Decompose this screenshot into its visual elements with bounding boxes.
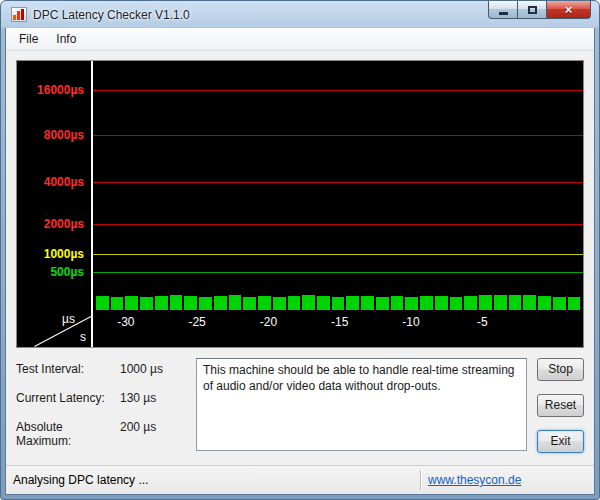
latency-bar — [273, 297, 286, 310]
y-axis-label: 16000µs — [37, 83, 84, 97]
x-unit-label: s — [80, 330, 86, 344]
x-axis-tick: -10 — [402, 315, 419, 329]
status-link-pane: www.thesycon.de — [422, 473, 594, 487]
latency-bar — [494, 295, 507, 310]
stat-label: Absolute Maximum: — [16, 420, 120, 448]
latency-bar — [405, 297, 418, 310]
stat-label: Current Latency: — [16, 391, 120, 405]
app-icon — [11, 7, 27, 22]
window-title: DPC Latency Checker V1.1.0 — [33, 8, 190, 22]
latency-bar — [332, 297, 345, 310]
latency-bar — [568, 297, 581, 310]
latency-bar — [111, 297, 124, 310]
x-axis-tick: -20 — [260, 315, 277, 329]
maximize-button[interactable] — [517, 1, 546, 19]
x-axis-ticks: -30-25-20-15-10-5 — [91, 310, 583, 347]
stat-value: 200 µs — [120, 420, 156, 448]
latency-bar — [479, 295, 492, 310]
y-axis-label: 1000µs — [44, 247, 84, 261]
latency-chart: 16000µs8000µs4000µs2000µs1000µs500µs µs … — [16, 60, 584, 348]
lower-panel: Test Interval: 1000 µs Current Latency: … — [16, 358, 584, 463]
latency-bar — [346, 296, 359, 310]
minimize-button[interactable] — [488, 1, 517, 19]
latency-bar — [214, 296, 227, 310]
y-axis-label: 4000µs — [44, 175, 84, 189]
latency-bar — [288, 296, 301, 310]
x-axis: µs s -30-25-20-15-10-5 — [17, 310, 583, 347]
x-axis-tick: -30 — [117, 315, 134, 329]
latency-bar — [184, 296, 197, 310]
latency-bar — [450, 297, 463, 310]
y-axis-label: 8000µs — [44, 128, 84, 142]
button-column: Stop Reset Exit — [537, 358, 584, 463]
stat-row-absolute-maximum: Absolute Maximum: 200 µs — [16, 420, 196, 448]
menu-info[interactable]: Info — [47, 29, 85, 49]
analysis-message: This machine should be able to handle re… — [196, 358, 527, 451]
x-axis-tick: -5 — [477, 315, 488, 329]
thesycon-link[interactable]: www.thesycon.de — [428, 473, 521, 487]
plot-row: 16000µs8000µs4000µs2000µs1000µs500µs — [17, 61, 583, 310]
latency-bar — [302, 295, 315, 310]
latency-bar — [258, 296, 271, 310]
maximize-icon — [528, 6, 537, 14]
latency-bar — [125, 296, 138, 310]
gridline-16000 — [93, 90, 583, 91]
latency-bar — [509, 295, 522, 310]
stat-label: Test Interval: — [16, 362, 120, 376]
latency-bar — [538, 296, 551, 310]
stop-button[interactable]: Stop — [537, 358, 584, 381]
y-unit-label: µs — [62, 312, 75, 326]
latency-bar — [420, 296, 433, 310]
latency-bar — [229, 295, 242, 310]
latency-bar — [199, 297, 212, 310]
app-icon-bar — [21, 9, 24, 20]
latency-bar — [391, 296, 404, 310]
menu-bar: File Info — [6, 28, 594, 51]
stats-panel: Test Interval: 1000 µs Current Latency: … — [16, 358, 196, 463]
latency-bar — [376, 297, 389, 310]
latency-bar — [317, 296, 330, 310]
minimize-icon — [499, 12, 508, 15]
latency-bar — [243, 297, 256, 310]
close-button[interactable]: × — [546, 1, 591, 19]
app-icon-bar — [17, 11, 20, 20]
latency-bar — [155, 296, 168, 310]
y-axis-labels: 16000µs8000µs4000µs2000µs1000µs500µs — [17, 61, 91, 310]
axis-corner: µs s — [17, 310, 91, 347]
stat-value: 130 µs — [120, 391, 156, 405]
title-bar[interactable]: DPC Latency Checker V1.1.0 × — [5, 1, 595, 28]
menu-file[interactable]: File — [10, 29, 47, 49]
gridline-1000 — [93, 254, 583, 255]
client-area: File Info 16000µs8000µs4000µs2000µs1000µ… — [5, 28, 595, 495]
latency-bar — [361, 296, 374, 310]
gridline-500 — [93, 272, 583, 273]
stat-value: 1000 µs — [120, 362, 163, 376]
latency-bar — [435, 296, 448, 310]
window-controls: × — [488, 1, 591, 19]
app-icon-bar — [13, 15, 16, 20]
y-axis-label: 2000µs — [44, 217, 84, 231]
latency-bar — [96, 296, 109, 310]
reset-button[interactable]: Reset — [537, 394, 584, 417]
latency-bar — [464, 296, 477, 310]
stat-row-current-latency: Current Latency: 130 µs — [16, 391, 196, 405]
exit-button[interactable]: Exit — [537, 430, 584, 453]
x-axis-tick: -25 — [188, 315, 205, 329]
gridline-2000 — [93, 224, 583, 225]
x-axis-tick: -15 — [331, 315, 348, 329]
status-text: Analysing DPC latency ... — [6, 473, 420, 487]
latency-bar — [170, 295, 183, 310]
latency-bar — [523, 295, 536, 310]
close-icon: × — [565, 2, 573, 17]
content-area: 16000µs8000µs4000µs2000µs1000µs500µs µs … — [6, 51, 594, 465]
latency-bar — [553, 297, 566, 310]
stat-row-test-interval: Test Interval: 1000 µs — [16, 362, 196, 376]
gridline-4000 — [93, 182, 583, 183]
y-axis-label: 500µs — [50, 265, 84, 279]
app-window: DPC Latency Checker V1.1.0 × File Info 1… — [0, 0, 600, 500]
latency-bar — [140, 297, 153, 310]
status-bar: Analysing DPC latency ... www.thesycon.d… — [6, 465, 594, 494]
plot-area — [91, 61, 583, 310]
gridline-8000 — [93, 135, 583, 136]
